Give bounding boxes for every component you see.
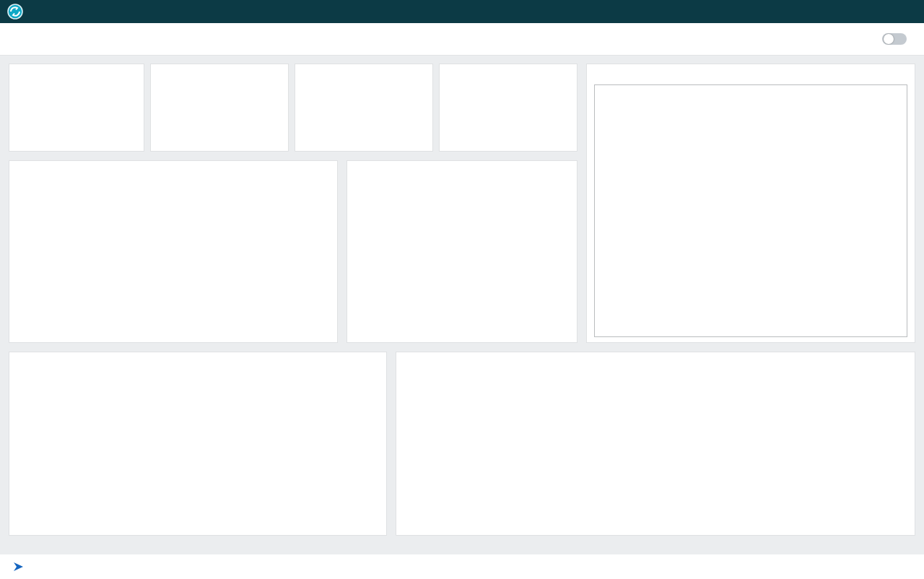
page-header bbox=[0, 23, 924, 56]
sixpack-charts bbox=[595, 90, 908, 299]
correlogram-heatmap bbox=[9, 181, 337, 341]
imr-chart-panel bbox=[396, 352, 915, 536]
minitab-connect-logo-icon bbox=[7, 4, 23, 19]
bar-chart bbox=[347, 180, 577, 342]
kpi-label bbox=[9, 64, 144, 71]
bar-chart-panel bbox=[346, 160, 578, 343]
imr-chart bbox=[404, 371, 909, 534]
analysis-sixpack-panel bbox=[586, 64, 915, 343]
topbar bbox=[0, 0, 924, 23]
kpi-card-mean-mhr bbox=[439, 64, 578, 152]
correlogram-panel bbox=[9, 160, 338, 343]
kpi-label bbox=[440, 64, 577, 71]
analysis-statistics-panel bbox=[9, 352, 387, 536]
kpi-label bbox=[295, 64, 432, 71]
kpi-card-mean-chol bbox=[295, 64, 433, 152]
toggle-knob[interactable] bbox=[884, 34, 894, 44]
sixpack-report bbox=[594, 84, 907, 337]
minitab-flag-icon bbox=[12, 562, 25, 572]
footer bbox=[0, 554, 924, 579]
kpi-card-mean-age bbox=[9, 64, 144, 152]
auto-update-toggle[interactable] bbox=[882, 33, 907, 45]
kpi-label bbox=[151, 64, 288, 71]
kpi-card-mean-rbp bbox=[150, 64, 289, 152]
